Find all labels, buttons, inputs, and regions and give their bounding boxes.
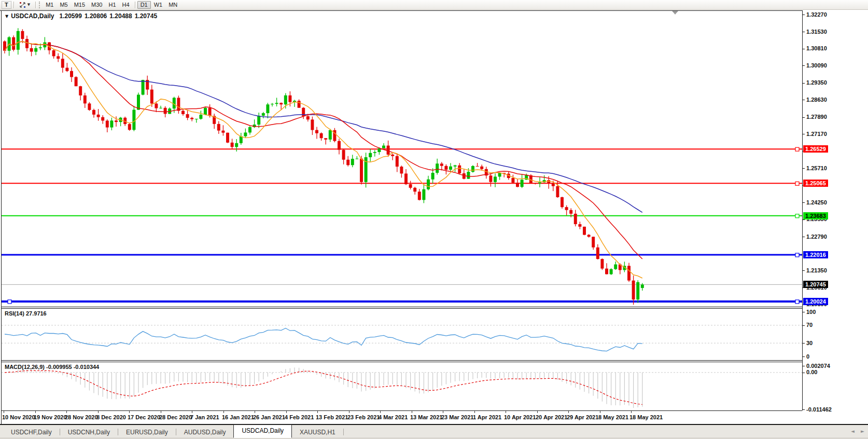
line-drag-handle[interactable] (795, 300, 799, 304)
time-axis[interactable]: 10 Nov 202019 Nov 202028 Nov 20208 Dec 2… (2, 411, 802, 424)
tab-scroll-right-icon[interactable]: ► (861, 429, 864, 434)
tab-usdchf[interactable]: USDCHF,Daily (3, 427, 60, 438)
date-tick-mark (600, 411, 600, 413)
macd-canvas[interactable] (2, 362, 802, 410)
date-label: 26 Jan 2021 (253, 414, 285, 420)
price-chart-canvas[interactable] (2, 10, 802, 307)
date-label: 13 Feb 2021 (316, 414, 348, 420)
price-tick-label: 1.30810 (806, 45, 827, 52)
timeframe-button-h1[interactable]: H1 (106, 1, 119, 9)
date-label: 18 May 2021 (629, 414, 663, 420)
date-label: 1 Apr 2021 (473, 414, 501, 420)
date-label: 4 Mar 2021 (379, 414, 408, 420)
toolbar: T ▼ M1M5M15M30H1H4D1W1MN (0, 0, 868, 10)
text-tool-button[interactable]: T (2, 1, 11, 9)
date-tick-mark (380, 411, 381, 413)
timeframe-button-m30[interactable]: M30 (88, 1, 105, 9)
date-tick-mark (506, 411, 506, 413)
chart-tools-button[interactable]: ▼ (16, 1, 33, 9)
metatrader-window: T ▼ M1M5M15M30H1H4D1W1MN ▼ USDCAD,Daily … (0, 0, 868, 439)
toolbar-separator (13, 2, 14, 8)
diagonal-arrows-icon (19, 2, 26, 8)
price-tick-label: 1.32270 (806, 11, 827, 18)
date-tick-mark (537, 411, 538, 413)
date-label: 28 Dec 2020 (159, 414, 192, 420)
macd-label: MACD(12,26,9) -0.009955 -0.010344 (5, 364, 99, 370)
rsi-tick-mark (803, 312, 805, 312)
price-level-badge: 1.25065 (803, 180, 828, 187)
line-drag-handle[interactable] (795, 214, 799, 218)
date-label: 20 Apr 2021 (536, 414, 567, 420)
date-tick-mark (286, 411, 287, 413)
price-axis[interactable]: 1.322701.315301.308101.300901.293501.286… (803, 10, 868, 410)
date-tick-mark (223, 411, 224, 413)
price-tick-label: 1.27170 (806, 131, 827, 138)
line-drag-handle[interactable] (8, 300, 11, 304)
collapse-triangle-icon[interactable]: ▼ (5, 14, 8, 19)
timeframe-button-m15[interactable]: M15 (71, 1, 88, 9)
date-tick-mark (443, 411, 443, 413)
timeframe-button-m1[interactable]: M1 (43, 1, 57, 9)
date-label: 8 Dec 2020 (96, 414, 126, 420)
date-label: 17 Dec 2020 (128, 414, 160, 420)
price-tick-mark (803, 83, 805, 84)
date-label: 19 Nov 2020 (34, 414, 67, 420)
rsi-tick-mark (803, 325, 805, 326)
price-tick-mark (803, 134, 805, 134)
price-level-badge: 1.23683 (803, 212, 828, 220)
date-label: 13 Mar 2021 (410, 414, 442, 420)
chart-tab-bar: USDCHF,DailyUSDCNH,DailyEURUSD,DailyAUDU… (0, 425, 868, 439)
date-label: 23 Feb 2021 (347, 414, 380, 420)
line-drag-handle[interactable] (795, 182, 799, 185)
date-tick-mark (255, 411, 255, 413)
timeframe-button-w1[interactable]: W1 (151, 1, 166, 9)
price-tick-label: 1.27890 (806, 114, 827, 120)
toolbar-grip[interactable] (39, 2, 40, 8)
chart-tabs: USDCHF,DailyUSDCNH,DailyEURUSD,DailyAUDU… (3, 426, 344, 438)
date-tick-mark (35, 411, 36, 413)
date-tick-mark (349, 411, 349, 413)
price-tick-label: 1.24250 (806, 199, 827, 206)
tab-usdcad[interactable]: USDCAD,Daily (233, 424, 292, 438)
line-drag-handle[interactable] (795, 147, 799, 151)
rsi-label: RSI(14) 27.9716 (5, 310, 47, 317)
chart-title: ▼ USDCAD,Daily 1.20599 1.20806 1.20488 1… (5, 12, 157, 20)
rsi-panel-bottom-border (1, 360, 802, 361)
high-value: 1.20806 (85, 12, 107, 20)
rsi-value: 27.9716 (26, 310, 47, 317)
timeframe-button-h4[interactable]: H4 (119, 1, 133, 9)
timeframe-button-d1[interactable]: D1 (137, 1, 151, 9)
price-tick-mark (803, 202, 805, 203)
date-label: 28 Nov 2020 (65, 414, 98, 420)
macd-scale-label: 0.00 (806, 369, 817, 376)
ma-mid-line (5, 42, 642, 259)
macd-signal-line (5, 371, 642, 404)
date-tick-mark (568, 411, 569, 413)
price-tick-mark (803, 15, 805, 15)
date-tick-mark (192, 411, 192, 413)
line-drag-handle[interactable] (795, 253, 799, 257)
timeframe-button-m5[interactable]: M5 (57, 1, 71, 9)
chart-shift-marker-icon[interactable] (672, 11, 678, 15)
tab-usdcnh[interactable]: USDCNH,Daily (60, 427, 118, 438)
price-tick-mark (803, 65, 805, 66)
toolbar-separator (35, 2, 36, 8)
date-tick-mark (317, 411, 318, 413)
rsi-canvas[interactable] (2, 309, 802, 360)
rsi-tick-mark (803, 343, 805, 344)
date-label: 23 Mar 2021 (441, 414, 473, 420)
date-tick-mark (66, 411, 67, 413)
date-label: 16 Jan 2021 (222, 414, 254, 420)
tab-eurusd[interactable]: EURUSD,Daily (118, 427, 176, 438)
price-tick-mark (803, 100, 805, 100)
tab-xauusd[interactable]: XAUUSD,H1 (292, 427, 343, 438)
timeframe-button-mn[interactable]: MN (165, 1, 180, 9)
price-tick-mark (803, 237, 805, 237)
rsi-scale-label: 100 (806, 309, 816, 315)
tab-audusd[interactable]: AUDUSD,Daily (176, 427, 234, 438)
date-label: 10 Apr 2021 (504, 414, 536, 420)
price-tick-mark (803, 220, 805, 220)
tab-scroll-left-icon[interactable]: ◄ (851, 429, 855, 434)
main-panel-bottom-border (1, 307, 802, 307)
date-tick-mark (4, 411, 4, 413)
